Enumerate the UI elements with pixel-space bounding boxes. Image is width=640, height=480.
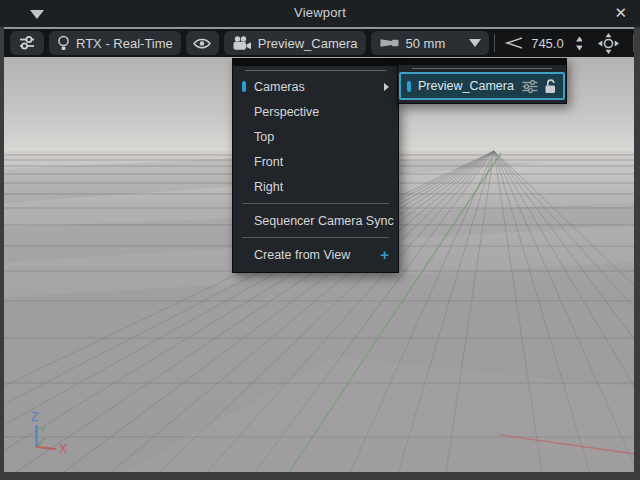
submenu-item-label: Preview_Camera [418, 79, 514, 93]
submenu-item-preview-camera[interactable]: Preview_Camera [399, 72, 565, 100]
chevron-down-icon [469, 39, 481, 47]
window-titlebar: Viewport ✕ [0, 0, 640, 27]
plus-icon: + [380, 248, 389, 262]
move-crosshair-icon [597, 32, 620, 55]
close-icon[interactable]: ✕ [614, 4, 627, 22]
menu-item-create-from-view[interactable]: Create from View + [233, 242, 398, 267]
menu-item-label: Right [254, 180, 283, 194]
menu-item-perspective[interactable]: Perspective [233, 99, 398, 124]
axis-orientation-gizmo: Z Y X [23, 406, 75, 458]
cameras-submenu: Preview_Camera [397, 58, 567, 104]
camera-dropdown-menu: Cameras Perspective Top Front Right Sequ… [232, 58, 399, 273]
menu-separator [242, 237, 389, 238]
menu-item-right[interactable]: Right [233, 174, 398, 199]
menu-item-label: Top [254, 130, 274, 144]
render-mode-label: RTX - Real-Time [76, 36, 173, 51]
toolbar-separator [494, 34, 495, 52]
menu-item-front[interactable]: Front [233, 149, 398, 174]
axis-y-line [37, 438, 46, 447]
menu-item-label: Sequencer Camera Sync [254, 214, 394, 228]
camera-lens-icon [379, 36, 400, 50]
menu-item-cameras[interactable]: Cameras [233, 74, 398, 99]
axis-y-label: Y [40, 425, 46, 435]
menu-tear-handle [245, 70, 386, 71]
submenu-arrow-icon [384, 83, 389, 91]
camera-selector-label: Preview_Camera [258, 36, 358, 51]
sliders-icon [18, 35, 36, 51]
menu-item-label: Create from View [254, 248, 350, 262]
focal-length-label: 50 mm [406, 36, 446, 51]
viewport-settings-button[interactable] [10, 31, 44, 55]
render-mode-button[interactable]: RTX - Real-Time [49, 31, 181, 55]
window-title: Viewport [0, 5, 640, 20]
lock-open-icon[interactable] [544, 79, 557, 94]
fov-value[interactable]: 745.0 [531, 36, 564, 51]
eye-icon [192, 36, 212, 51]
spinner-updown-icon[interactable] [575, 35, 582, 52]
fov-angle-icon [504, 35, 523, 51]
camera-settings-sliders-icon[interactable] [521, 80, 539, 93]
axis-x-label: X [59, 442, 67, 456]
lightbulb-icon [57, 35, 70, 52]
menu-top-strip [233, 59, 398, 66]
menu-item-top[interactable]: Top [233, 124, 398, 149]
submenu-tear-handle [412, 68, 552, 69]
toolbar-separator [633, 34, 634, 52]
menu-item-label: Cameras [254, 80, 305, 94]
camera-icon [242, 81, 246, 92]
menu-item-sequencer-camera-sync[interactable]: Sequencer Camera Sync [233, 208, 398, 233]
movie-camera-icon [232, 36, 252, 51]
submenu-top-strip [398, 59, 566, 65]
axis-z-label: Z [31, 410, 38, 424]
navigation-speed-button[interactable] [593, 31, 624, 55]
camera-selector-button[interactable]: Preview_Camera [224, 31, 366, 55]
menu-item-label: Perspective [254, 105, 319, 119]
camera-icon [407, 81, 411, 92]
menu-separator [242, 203, 389, 204]
visibility-button[interactable] [186, 31, 219, 55]
axis-x-line [37, 447, 57, 449]
menu-item-label: Front [254, 155, 283, 169]
viewport-toolbar: RTX - Real-Time Preview_Camera 50 mm 745… [4, 29, 634, 57]
focal-length-dropdown[interactable]: 50 mm [371, 31, 489, 55]
